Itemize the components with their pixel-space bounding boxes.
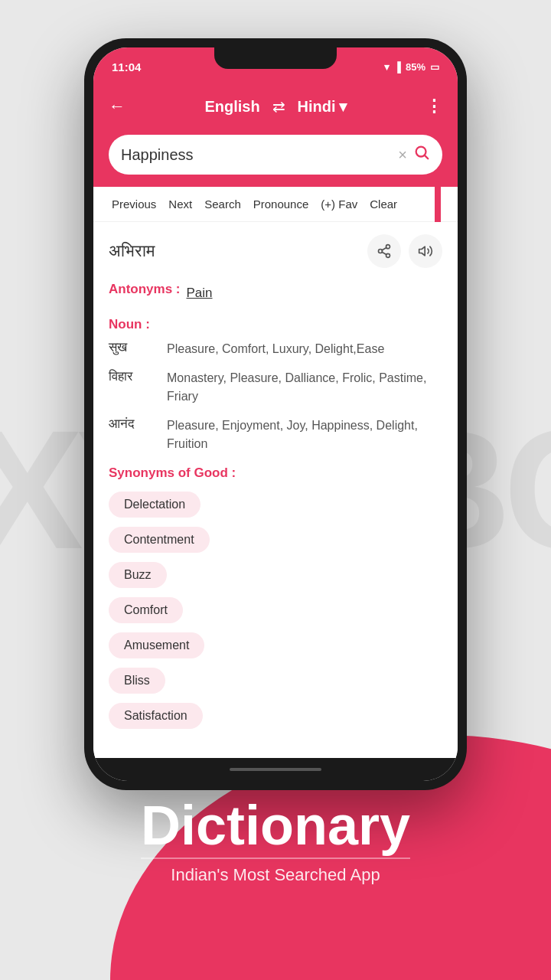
synonym-buzz[interactable]: Buzz — [109, 562, 167, 588]
scroll-indicator — [435, 181, 441, 227]
status-icons: ▾ ▐ 85% ▭ — [384, 61, 439, 73]
synonym-delectation[interactable]: Delectation — [109, 492, 201, 518]
action-bar: Previous Next Search Pronounce (+) Fav C… — [93, 187, 458, 222]
target-language-label: Hindi — [298, 98, 336, 116]
back-button[interactable]: ← — [109, 96, 126, 116]
synonym-comfort[interactable]: Comfort — [109, 597, 183, 623]
source-language[interactable]: English — [204, 98, 259, 116]
svg-line-1 — [425, 155, 428, 158]
swap-language-icon[interactable]: ⇄ — [272, 97, 285, 116]
synonyms-section: Synonyms of Good : Delectation Contentme… — [109, 466, 442, 737]
pronounce-button[interactable]: Pronounce — [247, 194, 315, 214]
synonym-bliss[interactable]: Bliss — [109, 668, 165, 694]
status-time: 11:04 — [112, 60, 141, 74]
word-hindi: अभिराम — [109, 241, 155, 261]
chevron-down-icon: ▾ — [339, 97, 347, 116]
target-language-selector[interactable]: Hindi ▾ — [298, 97, 347, 116]
search-bar-wrapper: × — [93, 127, 458, 187]
synonym-amusement[interactable]: Amusement — [109, 632, 204, 658]
next-button[interactable]: Next — [162, 194, 198, 214]
antonyms-label: Antonyms : — [109, 282, 181, 297]
synonyms-title: Synonyms of Good : — [109, 466, 442, 481]
word-header: अभिराम — [109, 234, 442, 268]
audio-button[interactable] — [409, 234, 442, 268]
search-input[interactable] — [121, 146, 398, 164]
noun-label: Noun : — [109, 317, 442, 332]
antonyms-section: Antonyms : Pain — [109, 282, 442, 305]
app-header: ← English ⇄ Hindi ▾ ⋮ — [93, 86, 458, 127]
synonym-contentment[interactable]: Contentment — [109, 527, 210, 553]
signal-icon: ▐ — [394, 61, 401, 73]
clear-search-icon[interactable]: × — [398, 146, 407, 164]
noun-meanings-2: Monastery, Pleasure, Dalliance, Frolic, … — [167, 369, 442, 406]
noun-meanings-3: Pleasure, Enjoyment, Joy, Happiness, Del… — [167, 416, 442, 453]
time-label: 11:04 — [112, 60, 141, 74]
phone-frame: 11:04 ▾ ▐ 85% ▭ ← English ⇄ Hindi — [84, 38, 467, 790]
synonym-satisfaction[interactable]: Satisfaction — [109, 703, 203, 729]
previous-button[interactable]: Previous — [106, 194, 162, 214]
noun-row-3: आनंद Pleasure, Enjoyment, Joy, Happiness… — [109, 416, 442, 453]
search-button[interactable]: Search — [198, 194, 247, 214]
phone-notch — [214, 47, 337, 69]
battery-icon: ▭ — [430, 61, 439, 73]
synonym-list: Delectation Contentment Buzz Comfort Amu… — [109, 492, 442, 737]
battery-label: 85% — [406, 61, 425, 73]
brand-subtitle: Indian's Most Searched App — [141, 858, 410, 885]
language-selector: English ⇄ Hindi ▾ — [126, 97, 425, 116]
wifi-icon: ▾ — [384, 61, 390, 73]
svg-line-6 — [382, 247, 386, 250]
noun-meanings-1: Pleasure, Comfort, Luxury, Delight,Ease — [167, 340, 442, 358]
noun-hindi-1: सुख — [109, 340, 155, 355]
home-indicator — [230, 768, 321, 771]
more-options-button[interactable]: ⋮ — [425, 96, 442, 116]
svg-line-5 — [382, 252, 386, 254]
noun-row-2: विहार Monastery, Pleasure, Dalliance, Fr… — [109, 369, 442, 406]
svg-marker-7 — [419, 247, 425, 256]
phone-bottom-bar — [93, 758, 458, 781]
noun-hindi-2: विहार — [109, 369, 155, 384]
noun-section: Noun : सुख Pleasure, Comfort, Luxury, De… — [109, 317, 442, 453]
share-button[interactable] — [367, 234, 401, 268]
clear-button[interactable]: Clear — [364, 194, 403, 214]
search-bar: × — [109, 135, 442, 175]
brand-title: Dictionary — [141, 798, 410, 853]
word-action-buttons — [367, 234, 442, 268]
antonym-word[interactable]: Pain — [187, 286, 213, 301]
noun-row-1: सुख Pleasure, Comfort, Luxury, Delight,E… — [109, 340, 442, 358]
search-icon[interactable] — [413, 144, 430, 165]
fav-button[interactable]: (+) Fav — [315, 194, 364, 214]
content-area: अभिराम — [93, 222, 458, 758]
noun-hindi-3: आनंद — [109, 416, 155, 432]
